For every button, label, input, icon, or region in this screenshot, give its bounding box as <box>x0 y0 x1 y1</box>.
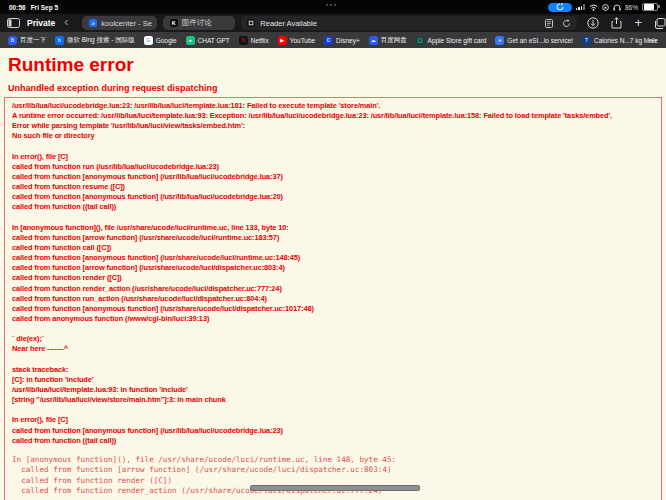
bookmark-item[interactable]: ☁ 百度网盘 <box>369 36 407 45</box>
bookmark-favicon-icon: ▶ <box>278 36 287 45</box>
page-subtitle: Unhandled exception during request dispa… <box>8 83 218 93</box>
trace-line: called from function [anonymous function… <box>12 172 661 182</box>
trace-line: A runtime error occurred: /usr/lib/lua/l… <box>12 111 661 121</box>
tab-label: koolcenter - Se <box>101 19 151 28</box>
trace-line: called from function ((tail call)) <box>12 202 661 212</box>
status-bar: 00:56 Fri Sep 5 86% <box>0 0 666 14</box>
bookmark-item[interactable]: ▢ Apple Store gift card <box>416 36 487 45</box>
bookmark-label: YouTube <box>290 37 316 44</box>
trace-line: /usr/lib/lua/luci/ucodebridge.lua:23: /u… <box>12 101 661 111</box>
orientation-lock-icon <box>602 4 609 11</box>
bookmark-favicon-icon: ● <box>186 36 195 45</box>
trace-line: called from function [arrow function] (/… <box>12 263 661 273</box>
bookmark-favicon-icon: G <box>144 36 153 45</box>
trace-line: ` die(ex);` <box>12 334 661 344</box>
chevron-left-icon[interactable]: ‹ <box>64 15 68 29</box>
trace-line: called from function ((tail call)) <box>12 436 661 446</box>
site-favicon-icon <box>247 19 255 27</box>
safari-toolbar: Private ‹ ⌕ koolcenter - Se K 固件讨论 Reade… <box>0 14 666 32</box>
bookmark-label: 微软 Bing 搜索 - 国际版 <box>67 36 135 45</box>
trace-line: In error(), file [C] <box>12 152 661 162</box>
bookmark-favicon-icon: B <box>8 36 17 45</box>
new-tab-button[interactable]: + <box>634 18 642 28</box>
private-browsing-label[interactable]: Private <box>27 18 55 28</box>
bookmark-label: 百度网盘 <box>381 36 407 45</box>
trace-line: [string "/usr/lib/lua/luci/view/store/ma… <box>12 395 661 405</box>
bookmark-favicon-icon: D <box>324 36 333 45</box>
bookmark-favicon-icon: e <box>495 36 504 45</box>
reader-icon[interactable] <box>545 19 553 28</box>
bookmark-label: CHAT GPT <box>198 37 230 44</box>
bookmark-label: Apple Store gift card <box>428 37 487 44</box>
trace-line: called from function [arrow function] (/… <box>12 233 661 243</box>
trace-line <box>12 142 661 152</box>
trace-lines: /usr/lib/lua/luci/ucodebridge.lua:23: /u… <box>12 101 661 446</box>
bookmark-item[interactable]: b 微软 Bing 搜索 - 国际版 <box>55 36 135 45</box>
bookmark-item[interactable]: N Netflix <box>239 36 269 45</box>
trace-line <box>12 405 661 415</box>
mono-trace-line: called from function [arrow function] (/… <box>12 465 661 475</box>
bookmark-favicon-icon: N <box>239 36 248 45</box>
trace-line: [C]: in function 'include' <box>12 375 661 385</box>
multitasking-dots-icon <box>326 4 336 6</box>
horizontal-scrollbar[interactable] <box>250 485 420 491</box>
trace-line: In error(), file [C] <box>12 415 661 425</box>
trace-line: called from function call ([C]) <box>12 243 661 253</box>
bookmarks-bar: B 百度一下 b 微软 Bing 搜索 - 国际版 G Google ● CHA… <box>0 32 666 48</box>
bookmark-item[interactable]: T Calories N...7 kg Male <box>582 36 658 45</box>
trace-line: called from function render_action (/usr… <box>12 284 661 294</box>
trace-line: called from anonymous function (/www/cgi… <box>12 314 661 324</box>
error-traceback-box: /usr/lib/lua/luci/ucodebridge.lua:23: /u… <box>4 97 662 500</box>
bookmarks-overflow-button[interactable]: ⋯ <box>648 35 657 45</box>
trace-line: called from function [anonymous function… <box>12 304 661 314</box>
bookmark-item[interactable]: G Google <box>144 36 177 45</box>
date: Fri Sep 5 <box>31 4 58 11</box>
bookmark-item[interactable]: B 百度一下 <box>8 36 46 45</box>
bookmark-label: Disney+ <box>336 37 360 44</box>
search-favicon-icon: ⌕ <box>89 19 97 27</box>
bookmark-label: Google <box>156 37 177 44</box>
reload-icon[interactable] <box>562 19 571 28</box>
bookmark-item[interactable]: D Disney+ <box>324 36 360 45</box>
trace-line: No such file or directory <box>12 131 661 141</box>
downloads-button[interactable] <box>587 17 599 29</box>
trace-line: called from function render ([C]) <box>12 273 661 283</box>
clock: 00:56 <box>9 4 26 11</box>
share-button[interactable] <box>611 17 622 29</box>
trace-line: called from function [anonymous function… <box>12 253 661 263</box>
trace-line: /usr/lib/lua/luci/template.lua:93: in fu… <box>12 385 661 395</box>
k-favicon-icon: K <box>170 19 178 27</box>
bookmark-label: 百度一下 <box>20 36 46 45</box>
reader-available-hint: Reader Available <box>260 19 540 28</box>
battery-icon <box>642 3 658 12</box>
trace-line: stack traceback: <box>12 365 661 375</box>
sidebar-toggle-icon[interactable] <box>7 18 20 28</box>
bookmark-favicon-icon: ▢ <box>416 36 425 45</box>
battery-percent: 86% <box>625 4 638 11</box>
trace-line: called from function [anonymous function… <box>12 192 661 202</box>
trace-line: called from function [anonymous function… <box>12 426 661 436</box>
tab-label: 固件讨论 <box>182 18 212 28</box>
bookmark-favicon-icon: b <box>55 36 64 45</box>
web-page: Runtime error Unhandled exception during… <box>0 48 666 500</box>
trace-line: called from function run (/usr/lib/lua/l… <box>12 162 661 172</box>
bookmark-favicon-icon: T <box>582 36 591 45</box>
trace-line: Error while parsing template '/usr/lib/l… <box>12 121 661 131</box>
bookmark-favicon-icon: ☁ <box>369 36 378 45</box>
wifi-icon <box>589 4 598 11</box>
tab-overview-button[interactable] <box>654 18 666 29</box>
tab-koolcenter[interactable]: ⌕ koolcenter - Se <box>82 16 156 30</box>
trace-line <box>12 213 661 223</box>
trace-line: Near here -------^ <box>12 344 661 354</box>
bookmark-item[interactable]: ▶ YouTube <box>278 36 316 45</box>
page-title: Runtime error <box>8 54 134 76</box>
bookmark-item[interactable]: e Get an eSI...lo service! <box>495 36 573 45</box>
tab-firmware-forum[interactable]: K 固件讨论 <box>163 16 235 30</box>
mono-trace-line: In [anonymous function](), file /usr/sha… <box>12 455 661 465</box>
bookmark-label: Get an eSI...lo service! <box>507 37 573 44</box>
cellular-signal-icon <box>576 4 585 10</box>
address-bar[interactable]: Reader Available <box>241 16 577 30</box>
bookmark-item[interactable]: ● CHAT GPT <box>186 36 230 45</box>
rotation-lock-pill-icon <box>548 3 572 12</box>
trace-line: called from function run_action (/usr/sh… <box>12 294 661 304</box>
